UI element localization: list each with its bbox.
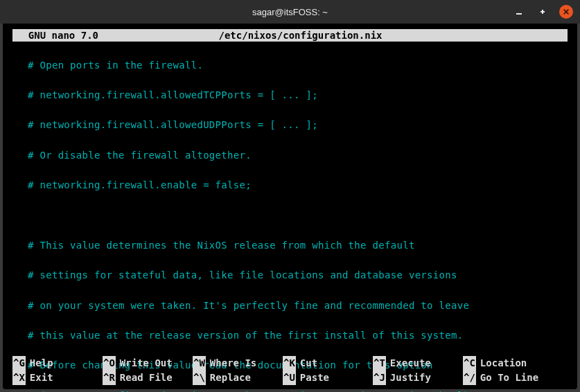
shortcut-label: Help	[26, 356, 53, 371]
terminal-window: sagar@itsFOSS: ~ GNU nano 7.0 /etc/nixos…	[0, 0, 580, 392]
shortcut-key: ^R	[103, 371, 116, 385]
shortcut-readfile[interactable]: ^RRead File	[103, 371, 193, 385]
shortcut-help[interactable]: ^GHelp	[12, 356, 103, 371]
minimize-button[interactable]	[512, 5, 526, 19]
comment-line: # Or disable the firewall altogether.	[28, 150, 252, 161]
comment-line: # networking.firewall.allowedTCPPorts = …	[28, 89, 318, 100]
shortcut-key: ^K	[283, 356, 296, 371]
shortcut-key: ^X	[12, 371, 26, 385]
shortcut-key: ^W	[193, 356, 206, 371]
nano-file-path: /etc/nixos/configuration.nix	[98, 30, 502, 41]
window-titlebar[interactable]: sagar@itsFOSS: ~	[0, 0, 580, 24]
shortcut-label: Exit	[26, 371, 53, 385]
comment-line: # this value at the release version of t…	[28, 330, 463, 341]
shortcut-row: ^GHelp ^OWrite Out ^WWhere Is ^KCut ^TEx…	[12, 356, 568, 371]
shortcut-label: Go To Line	[476, 371, 538, 385]
shortcut-label: Where Is	[206, 356, 256, 371]
shortcut-execute[interactable]: ^TExecute	[373, 356, 463, 371]
shortcut-justify[interactable]: ^JJustify	[373, 371, 463, 385]
shortcut-label: Location	[476, 356, 527, 371]
shortcut-key: ^J	[373, 371, 386, 385]
shortcut-cut[interactable]: ^KCut	[283, 356, 373, 371]
shortcut-gotoline[interactable]: ^/Go To Line	[463, 371, 553, 385]
comment-line: # This value determines the NixOS releas…	[28, 240, 415, 251]
shortcut-paste[interactable]: ^UPaste	[283, 371, 373, 385]
window-controls	[512, 5, 573, 19]
comment-line: # networking.firewall.enable = false;	[28, 179, 252, 190]
shortcut-key: ^C	[463, 356, 476, 371]
comment-line: # networking.firewall.allowedUDPPorts = …	[28, 119, 318, 130]
editor-content[interactable]: # Open ports in the firewall. # networki…	[12, 42, 568, 392]
shortcut-label: Replace	[206, 371, 251, 385]
shortcut-whereis[interactable]: ^WWhere Is	[193, 356, 283, 371]
shortcut-key: ^/	[463, 371, 476, 385]
close-icon	[563, 8, 570, 15]
nano-app-name: GNU nano 7.0	[15, 30, 98, 41]
shortcut-label: Cut	[296, 356, 317, 371]
shortcut-writeout[interactable]: ^OWrite Out	[103, 356, 193, 371]
window-title: sagar@itsFOSS: ~	[252, 7, 328, 17]
nano-shortcut-bar: ^GHelp ^OWrite Out ^WWhere Is ^KCut ^TEx…	[12, 356, 568, 385]
comment-line: # Open ports in the firewall.	[28, 60, 203, 71]
comment-line: # on your system were taken. It's perfec…	[28, 300, 469, 311]
shortcut-key: ^T	[373, 356, 386, 371]
terminal-body[interactable]: GNU nano 7.0 /etc/nixos/configuration.ni…	[0, 24, 580, 392]
shortcut-exit[interactable]: ^XExit	[12, 371, 103, 385]
maximize-icon	[538, 8, 547, 16]
shortcut-key: ^O	[103, 356, 116, 371]
shortcut-key: ^U	[283, 371, 296, 385]
shortcut-label: Write Out	[116, 356, 173, 371]
comment-line: # settings for stateful data, like file …	[28, 269, 457, 280]
shortcut-label: Read File	[116, 371, 173, 385]
shortcut-row: ^XExit ^RRead File ^\Replace ^UPaste ^JJ…	[12, 371, 568, 385]
shortcut-replace[interactable]: ^\Replace	[193, 371, 283, 385]
shortcut-key: ^G	[12, 356, 26, 371]
maximize-button[interactable]	[536, 5, 550, 19]
close-button[interactable]	[559, 5, 573, 19]
shortcut-label: Execute	[386, 356, 431, 371]
nano-header: GNU nano 7.0 /etc/nixos/configuration.ni…	[12, 29, 568, 42]
shortcut-label: Justify	[386, 371, 431, 385]
shortcut-location[interactable]: ^CLocation	[463, 356, 553, 371]
shortcut-label: Paste	[296, 371, 329, 385]
shortcut-key: ^\	[193, 371, 206, 385]
minimize-icon	[515, 8, 523, 16]
